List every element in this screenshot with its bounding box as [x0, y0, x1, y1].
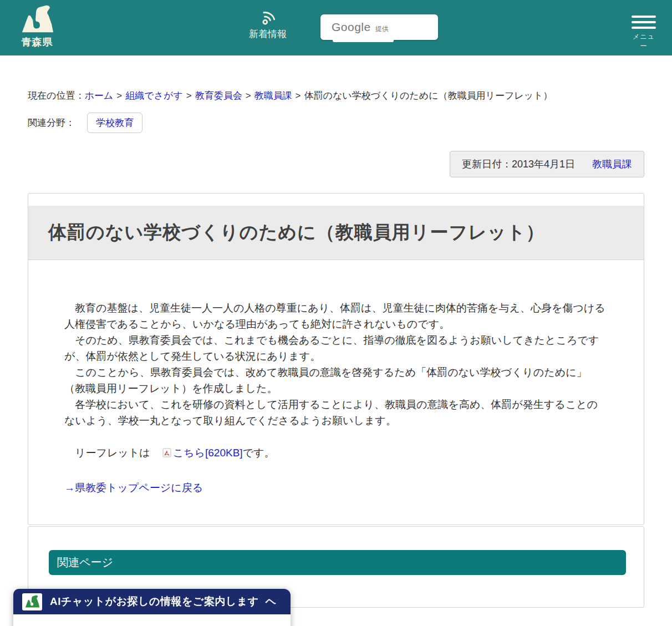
- site-header: 青森県 新着情報 Google 提供 メニュー: [0, 0, 672, 55]
- ai-chat-label: AIチャットがお探しの情報をご案内します: [50, 594, 259, 609]
- related-field-row: 関連分野： 学校教育: [28, 113, 644, 133]
- leaflet-text-after: です。: [243, 447, 275, 459]
- rss-icon: [243, 9, 293, 26]
- leaflet-text-before: リーフレットは: [75, 447, 150, 459]
- breadcrumb-link-board[interactable]: 教育委員会: [195, 90, 242, 101]
- chevron-up-icon: ヘ: [266, 594, 276, 609]
- ai-chat-toggle-button[interactable]: AIチャットがお探しの情報をご案内します ヘ: [13, 589, 291, 614]
- search-box-tab: [333, 38, 394, 42]
- breadcrumb-prefix: 現在の位置：: [28, 90, 84, 101]
- update-date: 更新日付：2013年4月1日: [462, 159, 575, 170]
- aomori-logo-icon: [19, 4, 55, 34]
- news-button[interactable]: 新着情報: [243, 9, 293, 40]
- article-paragraph: 教育の基盤は、児童生徒一人一人の人格の尊重にあり、体罰は、児童生徒に肉体的苦痛を…: [64, 300, 608, 332]
- menu-label: メニュー: [631, 32, 656, 51]
- article-paragraph: そのため、県教育委員会では、これまでも機会あるごとに、指導の徹底を図るようお願い…: [64, 332, 608, 364]
- back-to-top-link[interactable]: →県教委トップページに戻る: [64, 482, 203, 493]
- meta-row: 更新日付：2013年4月1日 教職員課: [28, 151, 644, 177]
- search-input[interactable]: Google 提供: [320, 14, 438, 40]
- back-line: →県教委トップページに戻る: [64, 480, 608, 496]
- related-pages-heading: 関連ページ: [49, 550, 626, 575]
- leaflet-line: リーフレットはこちら[620KB]です。: [64, 445, 608, 462]
- update-info-box: 更新日付：2013年4月1日 教職員課: [450, 151, 644, 177]
- article-paragraph: 各学校において、これを研修の資料として活用することにより、教職員の意識を高め、体…: [64, 396, 608, 429]
- related-field-label: 関連分野：: [28, 116, 75, 129]
- ai-chat-widget: AIチャットがお探しの情報をご案内します ヘ: [13, 589, 291, 626]
- google-brand-text: Google: [332, 21, 371, 34]
- search-provided-text: 提供: [375, 21, 389, 34]
- breadcrumb: 現在の位置：ホーム>組織でさがす>教育委員会>教職員課>体罰のない学校づくりのた…: [28, 88, 644, 104]
- page-title: 体罰のない学校づくりのために（教職員用リーフレット）: [28, 206, 644, 260]
- related-field-tag-school-education[interactable]: 学校教育: [87, 113, 142, 133]
- breadcrumb-link-dept[interactable]: 教職員課: [254, 90, 292, 101]
- aomori-chat-logo-icon: [22, 593, 42, 610]
- hamburger-icon: [631, 16, 656, 29]
- article-paragraph: このことから、県教育委員会では、改めて教職員の意識を啓発するため「体罰のない学校…: [64, 364, 608, 396]
- article-card: 体罰のない学校づくりのために（教職員用リーフレット） 教育の基盤は、児童生徒一人…: [28, 193, 644, 525]
- department-link[interactable]: 教職員課: [592, 159, 632, 170]
- logo-text: 青森県: [19, 35, 55, 49]
- leaflet-pdf-link[interactable]: こちら[620KB]: [173, 447, 243, 459]
- breadcrumb-link-org[interactable]: 組織でさがす: [125, 90, 183, 101]
- article-body: 教育の基盤は、児童生徒一人一人の人格の尊重にあり、体罰は、児童生徒に肉体的苦痛を…: [28, 272, 644, 525]
- main-content: 現在の位置：ホーム>組織でさがす>教育委員会>教職員課>体罰のない学校づくりのた…: [28, 88, 644, 608]
- news-label: 新着情報: [243, 28, 293, 40]
- menu-button[interactable]: メニュー: [631, 16, 656, 51]
- ai-chat-panel: [13, 614, 291, 626]
- breadcrumb-current: 体罰のない学校づくりのために（教職員用リーフレット）: [304, 90, 553, 101]
- breadcrumb-link-home[interactable]: ホーム: [84, 90, 113, 101]
- pdf-file-icon: [152, 446, 171, 462]
- prefecture-logo[interactable]: 青森県: [19, 4, 55, 49]
